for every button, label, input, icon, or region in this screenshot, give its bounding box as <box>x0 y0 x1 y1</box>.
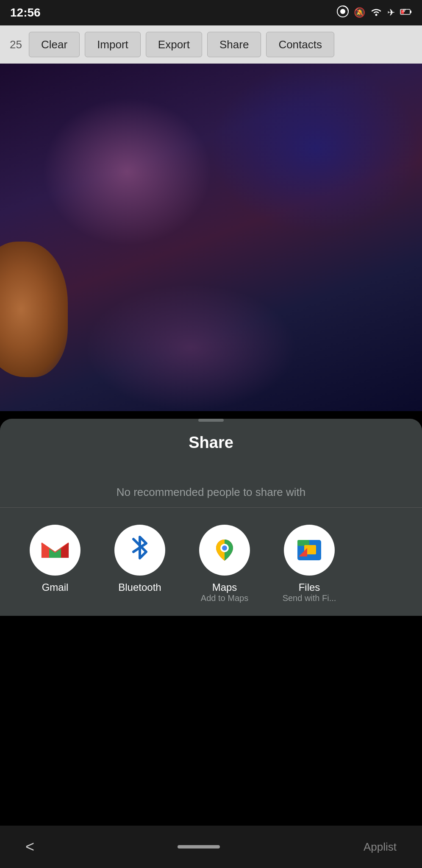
svg-rect-4 <box>410 11 411 13</box>
no-recommended-text: No recommended people to share with <box>0 486 422 499</box>
share-sheet: Share No recommended people to share wit… <box>0 419 422 616</box>
wifi-icon <box>370 7 382 19</box>
background-image <box>0 64 422 411</box>
files-icon-circle <box>284 525 335 576</box>
files-label: Files <box>299 581 320 593</box>
files-icon <box>292 533 326 567</box>
maps-icon-circle <box>199 525 250 576</box>
files-sublabel: Send with Fi... <box>283 593 336 603</box>
maps-label: Maps <box>212 581 237 593</box>
export-button[interactable]: Export <box>146 32 202 57</box>
svg-point-2 <box>375 14 378 16</box>
gmail-label: Gmail <box>42 581 69 593</box>
share-title: Share <box>0 434 422 452</box>
maps-icon <box>208 533 242 567</box>
maps-app[interactable]: Maps Add to Maps <box>182 525 267 603</box>
clear-button[interactable]: Clear <box>29 32 80 57</box>
nav-back-button[interactable]: < <box>25 838 34 856</box>
maps-sublabel: Add to Maps <box>201 593 248 603</box>
status-time: 12:56 <box>10 6 41 19</box>
app-grid: Gmail Bluetooth <box>0 508 422 616</box>
nav-bar: < Applist <box>0 826 422 868</box>
bluetooth-icon <box>127 531 153 570</box>
nav-home-pill[interactable] <box>178 845 220 849</box>
import-button[interactable]: Import <box>85 32 141 57</box>
gmail-icon-circle <box>30 525 81 576</box>
svg-rect-14 <box>297 540 309 546</box>
gmail-icon <box>38 537 72 563</box>
airplane-icon: ✈ <box>387 7 395 18</box>
bluetooth-icon-circle <box>114 525 165 576</box>
podcasts-icon <box>337 6 349 20</box>
svg-point-11 <box>222 545 227 551</box>
bluetooth-label: Bluetooth <box>118 581 161 593</box>
bluetooth-app[interactable]: Bluetooth <box>97 525 182 593</box>
notification-off-icon: 🔕 <box>354 7 365 18</box>
nav-applist-button[interactable]: Applist <box>364 840 397 854</box>
toolbar-count: 25 <box>7 38 22 51</box>
svg-point-1 <box>340 9 345 14</box>
battery-icon <box>400 7 412 18</box>
status-icons: 🔕 ✈ <box>337 6 412 20</box>
toolbar: 25 Clear Import Export Share Contacts <box>0 25 422 64</box>
contacts-button[interactable]: Contacts <box>266 32 334 57</box>
status-bar: 12:56 🔕 ✈ <box>0 0 422 25</box>
files-app[interactable]: Files Send with Fi... <box>267 525 352 603</box>
share-button[interactable]: Share <box>207 32 261 57</box>
drag-handle[interactable] <box>198 419 224 422</box>
gmail-app[interactable]: Gmail <box>13 525 97 593</box>
